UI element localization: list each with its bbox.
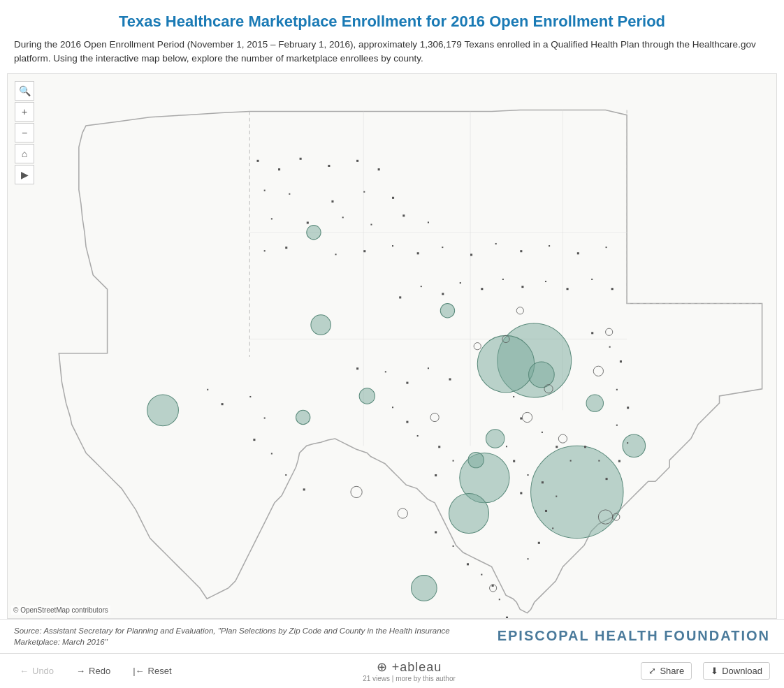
dot-m-1 — [356, 367, 358, 369]
bubble-waco[interactable] — [486, 429, 504, 447]
dot-outline-6 — [593, 366, 603, 376]
bubble-abilene[interactable] — [359, 388, 375, 403]
dot-nw-2 — [278, 168, 280, 170]
play-icon: ▶ — [21, 169, 29, 180]
dot-m-21 — [584, 446, 586, 448]
osm-credit: © OpenStreetMap contributors — [11, 606, 110, 615]
reset-button[interactable]: |← Reset — [127, 663, 177, 679]
tableau-logo: ⊕ +ableau — [363, 659, 456, 675]
dot-m-7 — [406, 420, 408, 423]
undo-label: Undo — [32, 666, 54, 676]
dot-outline-10 — [606, 328, 613, 335]
dot-nw-13 — [307, 221, 309, 224]
dot-nw-14 — [342, 217, 344, 218]
tableau-logo-symbol: ⊕ — [377, 660, 388, 674]
dot-nw-1 — [256, 159, 259, 161]
bubble-fortworth[interactable] — [477, 335, 534, 392]
dot-nw-15 — [370, 224, 372, 225]
bubble-austin[interactable] — [449, 493, 488, 533]
dot-e-3 — [620, 360, 622, 363]
reset-icon: |← — [133, 666, 144, 676]
undo-button[interactable]: ← Undo — [14, 663, 59, 679]
dot-s-7 — [506, 616, 508, 618]
map-svg — [8, 74, 776, 618]
dot-m-9 — [438, 446, 440, 448]
map-container[interactable]: 🔍 + − ⌂ ▶ — [7, 73, 777, 619]
dot-cn-1 — [399, 296, 401, 298]
dot-e-4 — [616, 388, 618, 390]
dot-w-3 — [249, 395, 251, 397]
dot-pan-11 — [549, 245, 550, 247]
dot-s-6 — [499, 599, 500, 600]
dot-pan-9 — [495, 242, 497, 244]
bubble-lubbock[interactable] — [311, 314, 331, 335]
dot-m-18 — [542, 431, 543, 432]
download-label: Download — [722, 666, 762, 676]
bubble-midland[interactable] — [296, 410, 310, 424]
dot-nw-17 — [428, 221, 429, 223]
dot-cn-11 — [611, 288, 614, 290]
map-controls: 🔍 + − ⌂ ▶ — [15, 81, 34, 184]
footer-section: Source: Assistant Secretary for Planning… — [0, 619, 784, 653]
redo-icon: → — [76, 666, 85, 676]
dot-g-3 — [545, 509, 547, 511]
dot-nw-9 — [331, 200, 333, 202]
zoom-in-icon: + — [22, 106, 27, 117]
zoom-out-button[interactable]: − — [15, 123, 34, 142]
bubble-corpuschristi[interactable] — [529, 362, 555, 388]
dot-w-8 — [303, 488, 305, 490]
dot-outline-2 — [398, 508, 407, 518]
reset-label: Reset — [148, 666, 172, 676]
dot-cn-4 — [460, 281, 461, 283]
dot-m-17 — [520, 492, 522, 494]
bubble-wichitafalls[interactable] — [440, 303, 454, 317]
dot-m-2 — [385, 371, 386, 372]
bubble-beaumont[interactable] — [623, 434, 646, 457]
dot-s-1 — [435, 531, 437, 533]
dot-m-3 — [406, 381, 408, 383]
org-logo: EPISCOPAL HEALTH FOUNDATION — [498, 628, 770, 644]
dot-nw-10 — [363, 191, 365, 192]
bubble-elpaso[interactable] — [147, 394, 179, 425]
dot-nw-3 — [300, 157, 302, 159]
dot-m-6 — [392, 407, 393, 408]
zoom-in-button[interactable]: + — [15, 102, 34, 122]
bubble-amarillo[interactable] — [307, 225, 321, 239]
bubble-killeen[interactable] — [468, 452, 484, 467]
redo-button[interactable]: → Redo — [71, 663, 116, 679]
bubble-houston[interactable] — [531, 446, 623, 538]
dot-cn-9 — [567, 288, 569, 290]
dot-cn-5 — [481, 288, 483, 290]
home-button[interactable]: ⌂ — [15, 144, 34, 163]
dot-g-2 — [556, 495, 557, 497]
search-button[interactable]: 🔍 — [15, 81, 34, 101]
bubble-laredo[interactable] — [412, 575, 437, 601]
dot-m-12 — [513, 395, 514, 397]
source-text: Source: Assistant Secretary for Planning… — [14, 625, 498, 647]
play-button[interactable]: ▶ — [15, 165, 34, 184]
header: Texas Healthcare Marketplace Enrollment … — [0, 0, 784, 73]
dot-pan-8 — [470, 254, 472, 256]
dot-nw-16 — [402, 214, 405, 217]
dot-m-4 — [428, 367, 429, 369]
page-title: Texas Healthcare Marketplace Enrollment … — [14, 13, 770, 31]
dot-cn-10 — [591, 278, 593, 279]
dot-s-2 — [453, 545, 454, 546]
dot-nw-8 — [289, 193, 290, 194]
dot-nw-7 — [264, 189, 266, 191]
dot-pan-2 — [285, 247, 287, 249]
download-icon: ⬇ — [711, 666, 718, 676]
dot-g-1 — [542, 481, 544, 483]
share-button[interactable]: ⤢ Share — [641, 662, 692, 680]
dot-e-6 — [616, 424, 618, 425]
dot-pan-1 — [264, 250, 266, 251]
dot-m-23 — [606, 478, 608, 480]
dot-w-5 — [253, 439, 255, 441]
dot-w-7 — [285, 474, 286, 475]
dot-pan-7 — [442, 247, 443, 248]
dot-pan-6 — [417, 252, 419, 254]
download-button[interactable]: ⬇ Download — [703, 662, 770, 680]
bubble-tyler[interactable] — [586, 394, 603, 411]
main-container: Texas Healthcare Marketplace Enrollment … — [0, 0, 784, 688]
dot-nw-5 — [356, 159, 358, 161]
